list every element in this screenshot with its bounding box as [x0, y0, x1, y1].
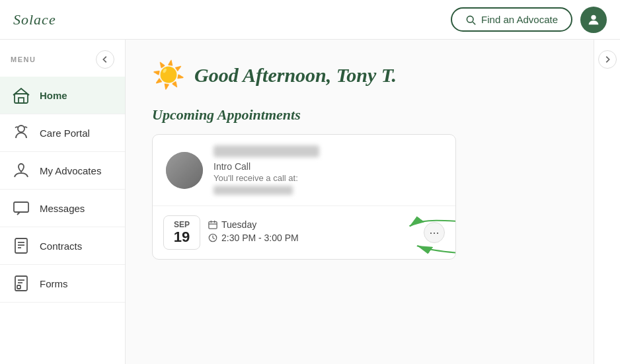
- appointment-day-of-week: Tuesday: [221, 219, 256, 230]
- appointments-section-title: Upcoming Appointments: [152, 106, 567, 124]
- sidebar: MENU Home: [0, 40, 126, 364]
- appointment-card: Intro Call You'll receive a call at: Sep…: [152, 134, 456, 260]
- sidebar-item-care-portal[interactable]: Care Portal: [0, 114, 125, 152]
- calendar-icon: [208, 220, 217, 229]
- chevron-left-icon: [100, 55, 110, 64]
- phone-blurred: [213, 186, 293, 195]
- svg-point-0: [467, 16, 473, 22]
- search-icon: [465, 15, 476, 25]
- app-header: Solace Find an Advocate: [0, 0, 620, 40]
- right-collapse-button[interactable]: [598, 50, 617, 69]
- sun-icon: ☀️: [152, 59, 185, 91]
- sidebar-item-messages-label: Messages: [40, 203, 85, 214]
- svg-point-5: [18, 126, 24, 132]
- person-icon: [586, 13, 601, 27]
- svg-rect-4: [19, 98, 24, 103]
- svg-rect-14: [17, 285, 20, 289]
- body-layout: MENU Home: [0, 40, 620, 364]
- appointment-month: Sep: [173, 220, 190, 229]
- right-panel: [594, 40, 620, 364]
- messages-icon: [11, 199, 32, 217]
- appointment-day: 19: [173, 229, 190, 245]
- chevron-right-icon: [603, 55, 612, 64]
- appointment-day-of-week-row: Tuesday: [208, 219, 416, 230]
- main-content: ☀️ Good Afternoon, Tony T. Upcoming Appo…: [126, 40, 594, 364]
- sidebar-item-home[interactable]: Home: [0, 77, 125, 114]
- svg-point-2: [591, 15, 596, 19]
- sidebar-item-my-advocates-label: My Advocates: [40, 165, 101, 176]
- forms-icon: [11, 274, 32, 293]
- nav-items: Home Care Portal: [0, 74, 125, 305]
- appointment-type: Intro Call: [213, 161, 442, 172]
- appointment-top: Intro Call You'll receive a call at:: [153, 135, 455, 206]
- contracts-icon: [11, 237, 32, 255]
- receive-call-label: You'll receive a call at:: [213, 173, 442, 183]
- svg-line-1: [473, 22, 475, 24]
- appointment-date-box: Sep 19: [163, 215, 200, 250]
- sidebar-item-messages[interactable]: Messages: [0, 190, 125, 227]
- sidebar-item-forms[interactable]: Forms: [0, 265, 125, 303]
- sidebar-collapse-button[interactable]: [96, 50, 114, 69]
- clock-icon: [208, 233, 217, 242]
- svg-rect-3: [15, 94, 28, 103]
- advocate-avatar: [166, 152, 203, 189]
- sidebar-item-care-portal-label: Care Portal: [40, 127, 90, 139]
- sidebar-menu-header: MENU: [0, 40, 125, 74]
- three-dots-icon: ···: [429, 226, 439, 240]
- header-right: Find an Advocate: [451, 7, 607, 33]
- greeting-text: Good Afternoon, Tony T.: [194, 64, 397, 87]
- svg-rect-15: [209, 222, 217, 229]
- appointment-bottom: Sep 19 Tuesday: [153, 206, 455, 259]
- logo: Solace: [13, 11, 56, 28]
- sidebar-item-contracts[interactable]: Contracts: [0, 227, 125, 265]
- care-icon: [11, 124, 32, 142]
- appointment-time-info: Tuesday 2:30 PM - 3:00 PM: [208, 219, 416, 246]
- advocates-icon: [11, 161, 32, 180]
- menu-label: MENU: [11, 55, 36, 63]
- sidebar-item-contracts-label: Contracts: [40, 240, 82, 252]
- home-icon: [11, 86, 32, 104]
- greeting-section: ☀️ Good Afternoon, Tony T.: [152, 59, 567, 91]
- advocate-name-blurred: [213, 145, 319, 157]
- appointment-time-range: 2:30 PM - 3:00 PM: [221, 233, 299, 243]
- svg-rect-7: [15, 238, 27, 253]
- appointment-time-row: 2:30 PM - 3:00 PM: [208, 233, 416, 243]
- find-advocate-button[interactable]: Find an Advocate: [451, 7, 572, 32]
- more-options-button[interactable]: ···: [424, 222, 445, 243]
- sidebar-item-my-advocates[interactable]: My Advocates: [0, 152, 125, 190]
- avatar-button[interactable]: [580, 7, 607, 33]
- sidebar-item-home-label: Home: [40, 90, 67, 101]
- appointment-info: Intro Call You'll receive a call at:: [213, 145, 442, 195]
- svg-rect-6: [14, 202, 28, 212]
- sidebar-item-forms-label: Forms: [40, 278, 68, 289]
